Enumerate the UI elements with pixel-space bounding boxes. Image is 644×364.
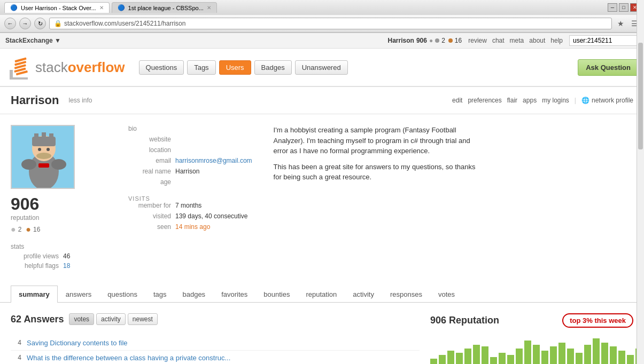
scrollbar[interactable] <box>637 0 644 364</box>
location-val <box>175 146 252 154</box>
answer-score-1: 4 <box>11 339 21 346</box>
network-profile-label: network profile <box>592 97 633 104</box>
visits-label: visits <box>128 195 252 202</box>
main-content: 62 Answers votes activity newest 4 Savin… <box>0 303 644 364</box>
users-nav-btn[interactable]: Users <box>219 60 251 75</box>
tab2-close-btn[interactable]: ✕ <box>207 5 211 11</box>
website-val <box>175 136 252 143</box>
visits-grid: member for 7 months visited 139 days, 40… <box>128 202 252 231</box>
stackexchange-arrow: ▼ <box>55 37 61 44</box>
my-logins-link[interactable]: my logins <box>542 97 569 104</box>
tags-nav-btn[interactable]: Tags <box>187 60 215 75</box>
helpful-flags-key: helpful flags <box>11 262 59 270</box>
divider: | <box>575 97 576 104</box>
edit-link[interactable]: edit <box>452 97 462 104</box>
bio-text: I'm a hobbyist creating a sample program… <box>263 125 477 231</box>
rep-num: 906 <box>430 315 446 326</box>
chart-bar <box>439 355 446 364</box>
tab-responses[interactable]: responses <box>382 286 430 303</box>
chat-link[interactable]: chat <box>492 37 505 44</box>
tab-favorites[interactable]: favorites <box>213 286 255 303</box>
tab-bounties[interactable]: bounties <box>255 286 298 303</box>
network-profile-link[interactable]: 🌐 network profile <box>581 97 633 104</box>
activity-filter-btn[interactable]: activity <box>96 313 126 325</box>
less-info-link[interactable]: less info <box>68 97 92 104</box>
tab-close-btn[interactable]: ✕ <box>99 5 104 11</box>
tab-badges[interactable]: badges <box>174 286 213 303</box>
inactive-tab[interactable]: 🔵 1st place league - CBSSpo... ✕ <box>112 2 217 13</box>
visited-val: 139 days, 40 consecutive <box>175 212 252 220</box>
chart-bar <box>533 345 540 364</box>
chart-bar <box>567 349 574 364</box>
chart-bar <box>541 351 548 364</box>
so-logo-icon <box>5 54 32 81</box>
tab2-favicon: 🔵 <box>118 4 125 11</box>
answer-filters: votes activity newest <box>69 313 157 325</box>
badges-nav-btn[interactable]: Badges <box>254 60 292 75</box>
chart-bar <box>473 345 480 364</box>
help-link[interactable]: help <box>550 37 563 44</box>
silver-count: 2 <box>441 37 445 44</box>
topbar-search-input[interactable] <box>569 35 639 46</box>
tab-activity[interactable]: activity <box>345 286 382 303</box>
answer-title-2[interactable]: What is the difference between a class h… <box>27 354 230 362</box>
unanswered-nav-btn[interactable]: Unanswered <box>295 60 348 75</box>
profile-actions: edit preferences flair apps my logins | … <box>452 97 633 104</box>
questions-nav-btn[interactable]: Questions <box>139 60 184 75</box>
tab-summary[interactable]: summary <box>11 286 58 303</box>
minimize-button[interactable]: ─ <box>608 3 617 12</box>
profile-stats-grid: profile views 46 helpful flags 18 <box>11 252 118 270</box>
tab-votes[interactable]: votes <box>430 286 463 303</box>
profile-bio-section: bio website location email harrisonmrose… <box>118 125 633 270</box>
votes-filter-btn[interactable]: votes <box>69 313 94 325</box>
profile-views-key: profile views <box>11 252 59 260</box>
preferences-link[interactable]: preferences <box>468 97 501 104</box>
tab-answers[interactable]: answers <box>58 286 99 303</box>
chart-bar <box>447 351 454 364</box>
member-for-val: 7 months <box>175 202 252 209</box>
topbar-rep-score: 906 <box>416 37 427 44</box>
tab-label: User Harrison - Stack Over... <box>21 5 96 11</box>
chart-bar <box>456 353 463 364</box>
stackexchange-label: StackExchange <box>5 37 53 44</box>
apps-link[interactable]: apps <box>523 97 537 104</box>
svg-rect-20 <box>38 163 49 168</box>
bronze-badge-count: 16 <box>33 226 40 233</box>
refresh-button[interactable]: ↻ <box>34 18 46 29</box>
active-tab[interactable]: 🔵 User Harrison - Stack Over... ✕ <box>4 2 110 13</box>
chart-bar <box>593 338 600 364</box>
flair-link[interactable]: flair <box>507 97 517 104</box>
maximize-button[interactable]: □ <box>619 3 629 12</box>
chart-bar <box>499 353 506 364</box>
answer-item: 4 Saving Dictionary contents to file <box>11 336 420 351</box>
url-text: stackoverflow.com/users/2145211/harrison <box>64 20 185 27</box>
tab-reputation[interactable]: reputation <box>298 286 345 303</box>
top-this-week-badge: top 3% this week <box>562 313 633 328</box>
scroll-thumb[interactable] <box>638 43 643 149</box>
meta-link[interactable]: meta <box>510 37 524 44</box>
answer-title-1[interactable]: Saving Dictionary contents to file <box>27 339 128 347</box>
stackexchange-dropdown[interactable]: StackExchange ▼ <box>5 37 61 44</box>
tab-tags[interactable]: tags <box>145 286 175 303</box>
newest-filter-btn[interactable]: newest <box>128 313 158 325</box>
email-key: email <box>128 157 171 164</box>
about-link[interactable]: about <box>529 37 545 44</box>
chart-bar <box>430 359 437 364</box>
browser-titlebar: 🔵 User Harrison - Stack Over... ✕ 🔵 1st … <box>0 0 644 15</box>
chart-bar <box>601 343 608 364</box>
forward-button[interactable]: → <box>19 18 31 29</box>
tab-questions[interactable]: questions <box>99 286 145 303</box>
chart-bar <box>618 351 625 364</box>
ask-question-button[interactable]: Ask Question <box>578 59 639 76</box>
extensions-button[interactable]: ★ <box>615 18 626 29</box>
answer-list: 4 Saving Dictionary contents to file 4 W… <box>11 336 420 364</box>
reputation-section: 906 Reputation top 3% this week +10 Corr… <box>430 313 633 364</box>
rep-section-header: 906 Reputation top 3% this week <box>430 313 633 328</box>
review-link[interactable]: review <box>468 37 487 44</box>
visited-key: visited <box>128 212 171 220</box>
network-icon: 🌐 <box>581 97 589 104</box>
back-button[interactable]: ← <box>4 18 16 29</box>
address-bar[interactable]: 🔒 stackoverflow.com/users/2145211/harris… <box>49 18 612 29</box>
chart-bar <box>490 357 497 364</box>
svg-point-19 <box>51 159 66 170</box>
